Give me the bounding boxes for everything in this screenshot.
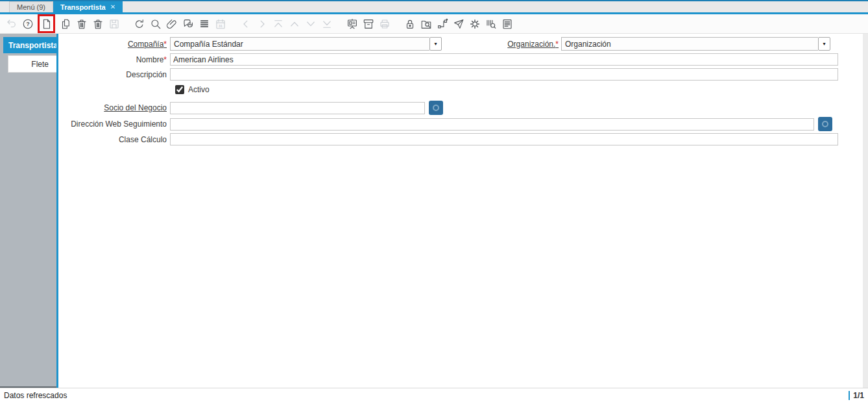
organizacion-label[interactable]: Organización.* xyxy=(442,40,559,49)
report-button[interactable] xyxy=(346,18,358,30)
status-separator xyxy=(849,391,850,400)
report-icon xyxy=(346,18,358,30)
tab-transportista[interactable]: Transportista ✕ xyxy=(53,1,123,12)
archive-button[interactable] xyxy=(362,18,374,30)
compania-combobox[interactable]: Compañía Estándar ▾ xyxy=(170,37,442,51)
private-lock-icon xyxy=(404,18,416,30)
nombre-input[interactable] xyxy=(170,53,838,66)
descripcion-label: Descripción xyxy=(58,70,167,79)
print-icon xyxy=(379,18,391,30)
socio-negocio-search-button[interactable] xyxy=(429,101,443,115)
product-info-button[interactable] xyxy=(485,18,497,30)
share-icon xyxy=(453,18,464,30)
report-design-icon xyxy=(501,18,513,30)
organizacion-required-mark: * xyxy=(555,40,559,49)
new-record-button[interactable] xyxy=(38,14,55,33)
copy-record-icon xyxy=(60,18,71,30)
tab-menu-label: Menú (9) xyxy=(17,3,45,11)
last-record-button xyxy=(320,18,333,30)
attachment-icon xyxy=(166,18,178,30)
copy-record-button[interactable] xyxy=(59,18,71,30)
svg-text:?: ? xyxy=(26,21,30,27)
find-button[interactable] xyxy=(149,18,162,30)
new-record-icon xyxy=(41,18,53,30)
status-message: Datos refrescados xyxy=(4,391,67,400)
parent-record-button xyxy=(288,18,300,30)
save-button xyxy=(108,18,120,30)
vertical-scrollbar[interactable] xyxy=(863,34,868,388)
activo-label: Activo xyxy=(188,85,210,94)
sidebar-tab-flete-label: Flete xyxy=(31,60,49,69)
archive-icon xyxy=(363,18,374,30)
compania-label[interactable]: Compañía* xyxy=(58,40,167,49)
delete-selection-button[interactable] xyxy=(91,18,104,30)
find-icon xyxy=(150,18,162,30)
previous-record-icon xyxy=(240,18,252,30)
help-icon: ? xyxy=(22,18,34,30)
delete-record-button[interactable] xyxy=(75,18,88,30)
grid-toggle-button[interactable] xyxy=(198,18,210,30)
socio-negocio-label[interactable]: Socio del Negocio xyxy=(58,103,167,112)
organizacion-dropdown-button[interactable]: ▾ xyxy=(818,37,830,51)
report-design-button[interactable] xyxy=(501,18,513,30)
organizacion-value: Organización xyxy=(561,37,818,51)
window-tabbar: Menú (9) Transportista ✕ xyxy=(0,1,868,12)
save-icon xyxy=(108,18,120,30)
activo-checkbox[interactable] xyxy=(175,85,184,94)
share-button[interactable] xyxy=(452,18,464,30)
direccion-web-open-button[interactable] xyxy=(818,117,832,131)
compania-dropdown-button[interactable]: ▾ xyxy=(429,37,442,51)
compania-value: Compañía Estándar xyxy=(170,37,429,51)
chevron-down-icon: ▾ xyxy=(823,41,825,47)
preferences-icon xyxy=(469,18,481,30)
toolbar: ?31 xyxy=(0,14,868,34)
sidebar-tab-transportista[interactable]: Transportista xyxy=(3,37,56,53)
refresh-button[interactable] xyxy=(133,18,145,30)
sidebar-tab-flete[interactable]: Flete xyxy=(8,55,56,73)
close-icon[interactable]: ✕ xyxy=(110,3,115,10)
svg-text:31: 31 xyxy=(219,23,223,27)
tab-menu[interactable]: Menú (9) xyxy=(9,1,53,12)
zoom-across-button[interactable] xyxy=(420,18,432,30)
first-record-button xyxy=(272,18,284,30)
sidebar-header-label: Transportista xyxy=(8,41,58,50)
first-record-icon xyxy=(272,18,284,30)
delete-record-icon xyxy=(76,18,88,30)
next-record-icon xyxy=(256,18,268,30)
organizacion-combobox[interactable]: Organización ▾ xyxy=(561,37,830,51)
direccion-web-input[interactable] xyxy=(170,118,814,131)
tab-sidebar: Transportista Flete xyxy=(0,34,56,388)
print-button xyxy=(378,18,391,30)
clase-calculo-input[interactable] xyxy=(170,133,838,145)
detail-record-icon xyxy=(305,18,317,30)
grid-toggle-icon xyxy=(199,18,210,30)
nombre-required-mark: * xyxy=(163,55,167,64)
undo-icon xyxy=(6,18,18,30)
tab-transportista-label: Transportista xyxy=(60,3,106,11)
descripcion-input[interactable] xyxy=(170,68,838,81)
workflow-button[interactable] xyxy=(436,18,448,30)
compania-required-mark: * xyxy=(163,40,167,49)
parent-record-icon xyxy=(289,18,300,30)
product-info-icon xyxy=(485,18,497,30)
calendar-icon: 31 xyxy=(215,18,226,30)
attachment-button[interactable] xyxy=(165,18,178,30)
preferences-button[interactable] xyxy=(468,18,481,30)
clase-calculo-label: Clase Cálculo xyxy=(58,135,167,144)
chat-button[interactable] xyxy=(182,18,194,30)
delete-selection-icon xyxy=(92,18,104,30)
previous-record-button xyxy=(239,18,252,30)
private-lock-button[interactable] xyxy=(404,18,416,30)
undo-button xyxy=(5,18,18,30)
detail-record-button xyxy=(304,18,317,30)
help-button[interactable]: ? xyxy=(21,18,34,30)
record-search-icon xyxy=(433,105,439,111)
direccion-web-label: Dirección Web Seguimiento xyxy=(58,119,167,129)
socio-negocio-input[interactable] xyxy=(170,102,425,114)
statusbar: Datos refrescados 1/1 xyxy=(0,388,868,402)
nombre-label: Nombre* xyxy=(58,55,167,64)
url-icon xyxy=(822,121,828,127)
chat-icon xyxy=(182,18,194,30)
calendar-button: 31 xyxy=(214,18,226,30)
zoom-across-icon xyxy=(420,18,432,30)
